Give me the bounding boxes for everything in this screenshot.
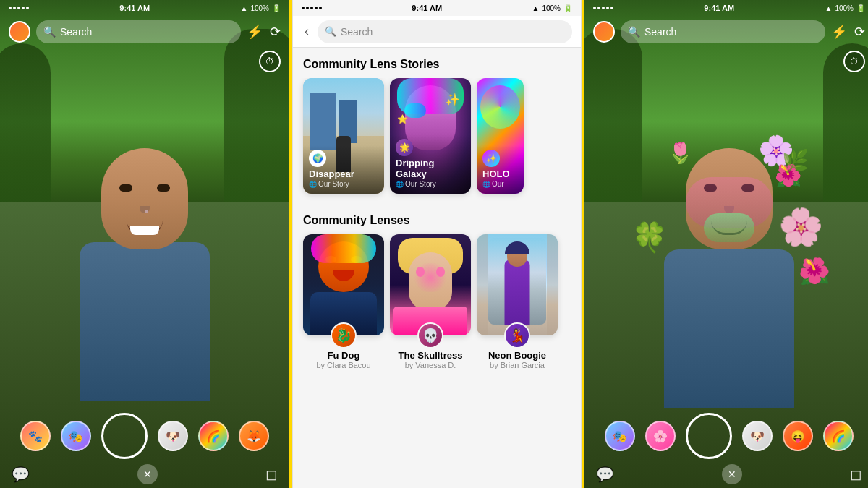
search-label-left: Search	[60, 26, 92, 38]
battery-text-right: 100%	[835, 4, 854, 12]
status-bar-right: 9:41 AM ▲ 100% 🔋	[584, 0, 868, 16]
chat-icon-left[interactable]: 💬	[12, 466, 30, 483]
status-icons-right: ▲ 100% 🔋	[825, 4, 865, 12]
body-left	[80, 242, 210, 401]
lens-row-right[interactable]: 🎭 🌸 🐶 😝 🌈	[584, 413, 868, 459]
snap-button-right[interactable]	[686, 413, 732, 459]
story-sub-holo: 🌐 Our	[482, 180, 518, 188]
person-left	[72, 148, 217, 423]
gallery-icon-right[interactable]: ◻	[850, 466, 862, 483]
lens-row-left[interactable]: 🐾 🎭 🐶 🌈 🦊	[0, 413, 289, 459]
lens-card-neon[interactable]: 💃 Neon Boogie by Brian Garcia	[477, 234, 558, 369]
story-title-disappear: Disappear	[309, 168, 378, 180]
status-bar-middle: 9:41 AM ▲ 100% 🔋	[293, 0, 581, 16]
story-info-disappear: 🌍 Disappear 🌐 Our Story	[303, 145, 384, 194]
wifi-icon: ▲	[241, 4, 248, 12]
lens-item-5[interactable]: 🦊	[239, 421, 269, 451]
search-bar-middle[interactable]: ‹ 🔍 Search	[293, 16, 581, 48]
lens-by-fudog: by Clara Bacou	[316, 361, 370, 369]
search-pill-left[interactable]: 🔍 Search	[36, 20, 241, 43]
avatar-right[interactable]	[593, 21, 615, 43]
lens-item-3[interactable]: 🐶	[158, 421, 188, 451]
signal-dots-right	[593, 7, 613, 9]
lens-avatar-neon: 💃	[504, 322, 530, 348]
timer-ring-right: ⏱	[843, 51, 865, 72]
left-panel: 9:41 AM ▲ 100% 🔋 🔍 Search ⚡ ⟳ ⏱ 🐾 🎭 🐶 🌈 …	[0, 0, 289, 488]
lens-right-item-5[interactable]: 🌈	[823, 421, 854, 451]
avatar-left[interactable]	[9, 21, 30, 43]
signal-dots	[9, 7, 29, 9]
status-icons-middle: ▲ 100% 🔋	[532, 4, 572, 12]
search-icon-left: 🔍	[43, 26, 56, 38]
lens-item-1[interactable]: 🎭	[61, 421, 91, 451]
person-right: 🌸 🌺 🌷 🌸 🌺 🍀 🌿	[650, 148, 809, 423]
story-sub-galaxy: 🌐 Our Story	[396, 180, 465, 188]
back-button[interactable]: ‹	[302, 24, 312, 39]
lens-right-item-0[interactable]: 🎭	[605, 421, 635, 451]
lens-item-4[interactable]: 🌈	[198, 421, 229, 451]
snap-button-left[interactable]	[101, 413, 148, 459]
search-pill-middle[interactable]: 🔍 Search	[318, 20, 572, 43]
lens-img-fudog	[303, 234, 384, 335]
middle-panel: 9:41 AM ▲ 100% 🔋 ‹ 🔍 Search Community Le…	[292, 0, 582, 488]
globe-icon-disappear: 🌐	[309, 181, 317, 188]
battery-middle: 100%	[542, 4, 561, 12]
lens-by-skulltress: by Vanessa D.	[405, 361, 456, 369]
story-title-holo: HOLO	[482, 168, 518, 180]
story-title-galaxy: Dripping Galaxy	[396, 158, 465, 180]
search-icon-right: 🔍	[628, 26, 640, 38]
lens-card-skulltress[interactable]: 💀 The Skulltress by Vanessa D.	[390, 234, 471, 369]
status-time-right: 9:41 AM	[704, 4, 734, 12]
search-bar-right[interactable]: 🔍 Search ⚡ ⟳	[584, 16, 868, 48]
wifi-icon-middle: ▲	[532, 4, 540, 12]
story-card-galaxy[interactable]: ✨ ⭐ 🌟 Dripping Galaxy 🌐 Our Story	[390, 78, 471, 194]
search-results[interactable]: Community Lens Stories 🌍 Disappear	[293, 48, 581, 488]
lens-img-neon	[477, 234, 558, 335]
lens-card-fudog[interactable]: 🐉 Fu Dog by Clara Bacou	[303, 234, 384, 369]
search-pill-right[interactable]: 🔍 Search	[621, 20, 825, 43]
camera-flip-icon-left[interactable]: ⟳	[270, 24, 281, 40]
lens-item-0[interactable]: 🐾	[20, 421, 51, 451]
story-card-disappear[interactable]: 🌍 Disappear 🌐 Our Story	[303, 78, 384, 194]
story-sub-disappear: 🌐 Our Story	[309, 180, 378, 188]
search-bar-left[interactable]: 🔍 Search ⚡ ⟳	[0, 16, 289, 48]
top-icons-right: ⚡ ⟳	[831, 24, 865, 40]
flash-icon-left[interactable]: ⚡	[247, 24, 263, 40]
battery-text-left: 100%	[250, 4, 269, 12]
timer-icon-left[interactable]: ⏱	[259, 51, 281, 72]
lens-right-item-4[interactable]: 😝	[783, 421, 813, 451]
timer-icon-right[interactable]: ⏱	[843, 51, 865, 72]
story-card-holo[interactable]: ✨ HOLO 🌐 Our	[477, 78, 524, 194]
flash-icon-right[interactable]: ⚡	[831, 24, 847, 40]
lens-cards-container: 🐉 Fu Dog by Clara Bacou	[293, 234, 581, 380]
section-title-lenses: Community Lenses	[293, 204, 581, 234]
close-btn-left[interactable]: ✕	[137, 464, 158, 484]
section-title-stories: Community Lens Stories	[293, 48, 581, 78]
gallery-icon-left[interactable]: ◻	[265, 466, 278, 483]
lens-name-neon: Neon Boogie	[488, 350, 546, 361]
battery-icon-left: 🔋	[272, 4, 281, 12]
right-panel: 🌸 🌺 🌷 🌸 🌺 🍀 🌿 9:41 AM ▲ 100% 🔋	[584, 0, 868, 488]
battery-icon-middle: 🔋	[563, 4, 572, 12]
chat-icon-right[interactable]: 💬	[596, 466, 614, 483]
timer-ring-left: ⏱	[259, 51, 281, 72]
story-avatar-disappear: 🌍	[309, 150, 326, 167]
bottom-toolbar-left: 💬 ✕ ◻	[0, 461, 289, 488]
lens-right-item-1[interactable]: 🌸	[645, 421, 676, 451]
body-right: 🌿	[664, 249, 794, 408]
story-info-galaxy: 🌟 Dripping Galaxy 🌐 Our Story	[390, 134, 471, 194]
lens-img-skulltress	[390, 234, 471, 335]
signal-middle	[302, 7, 322, 9]
battery-icon-right: 🔋	[856, 4, 865, 12]
search-label-right: Search	[644, 26, 676, 38]
story-avatar-holo: ✨	[482, 150, 500, 167]
close-btn-right[interactable]: ✕	[722, 464, 742, 484]
camera-flip-icon-right[interactable]: ⟳	[854, 24, 865, 40]
lens-right-item-3[interactable]: 🐶	[742, 421, 773, 451]
lens-avatar-fudog: 🐉	[331, 322, 357, 348]
search-placeholder-middle: Search	[341, 26, 373, 38]
lens-by-neon: by Brian Garcia	[490, 361, 545, 369]
bottom-toolbar-right: 💬 ✕ ◻	[584, 461, 868, 488]
status-icons-left: ▲ 100% 🔋	[241, 4, 281, 12]
status-time-middle: 9:41 AM	[412, 4, 442, 12]
